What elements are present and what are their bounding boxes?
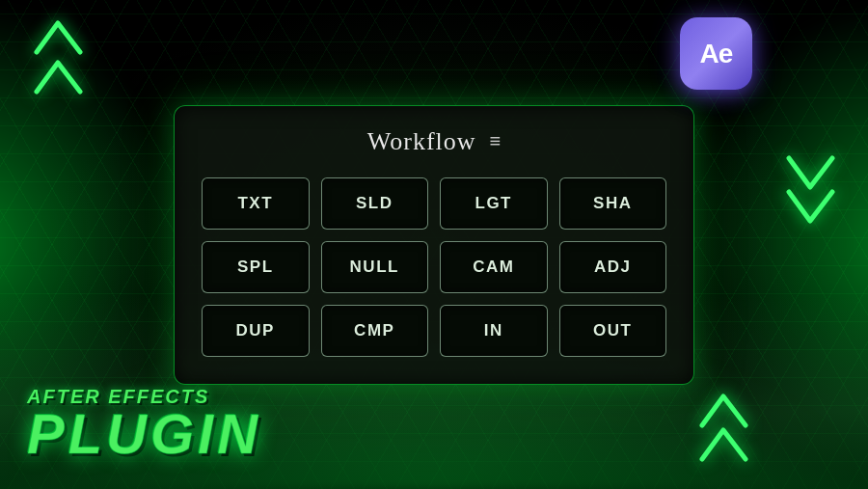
arrow-right-2 [781,188,839,222]
button-grid: TXT SLD LGT SHA SPL NULL CAM ADJ DUP CMP… [202,177,666,357]
btn-out[interactable]: OUT [559,305,667,357]
btn-sha[interactable]: SHA [559,177,667,230]
arrow-up-2 [29,59,87,93]
bottom-text: AFTER EFFECTS PLUGIN [27,387,261,462]
btn-dup[interactable]: DUP [202,305,310,357]
btn-null[interactable]: NULL [321,241,429,293]
arrows-right-bottom [694,393,752,460]
ae-icon-inner: Ae [680,17,752,90]
ae-text: Ae [700,39,733,69]
arrow-bottom-2 [694,426,752,460]
arrow-right-1 [781,154,839,188]
btn-in[interactable]: IN [440,305,548,357]
btn-spl[interactable]: SPL [202,241,310,293]
btn-adj[interactable]: ADJ [559,241,667,293]
panel-title: Workflow [367,127,476,156]
workflow-panel: Workflow ≡ TXT SLD LGT SHA SPL NULL CAM … [174,105,694,385]
arrows-left [29,19,87,93]
btn-cmp[interactable]: CMP [321,305,429,357]
btn-lgt[interactable]: LGT [440,177,548,230]
menu-icon[interactable]: ≡ [490,130,502,152]
arrows-right-top [781,154,839,222]
btn-txt[interactable]: TXT [202,177,310,230]
arrow-bottom-1 [694,393,752,426]
btn-cam[interactable]: CAM [440,241,548,293]
plugin-label: PLUGIN [27,406,261,462]
ae-icon: Ae [680,17,752,90]
btn-sld[interactable]: SLD [321,177,429,230]
arrow-up-1 [29,19,87,53]
panel-header: Workflow ≡ [202,127,666,156]
